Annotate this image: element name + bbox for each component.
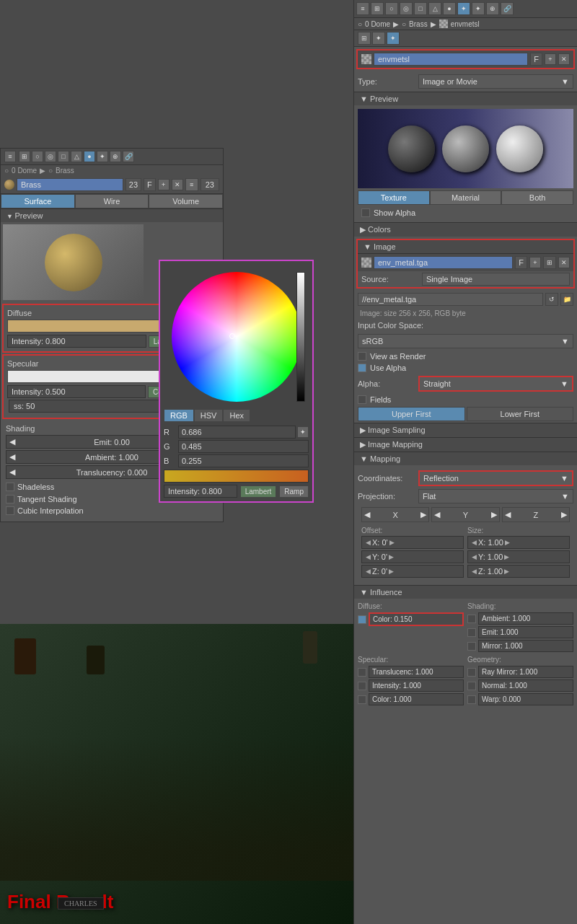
rp-sub-icon2[interactable]: ✦: [372, 32, 385, 45]
color-influence-checkbox[interactable]: [358, 615, 366, 624]
texture-name-field[interactable]: envmetsl: [374, 53, 528, 66]
b-field[interactable]: 0.255: [178, 454, 309, 467]
spec-color-checkbox[interactable]: [358, 695, 366, 704]
coordinates-dropdown[interactable]: Reflection ▼: [420, 472, 572, 485]
material-icon[interactable]: ●: [84, 151, 95, 162]
y-button[interactable]: ◀ Y ▶: [431, 507, 499, 522]
add-icon[interactable]: +: [158, 179, 169, 190]
type-dropdown[interactable]: Image or Movie ▼: [418, 74, 573, 89]
show-alpha-checkbox[interactable]: [361, 208, 370, 217]
cp-lambert-btn[interactable]: Lambert: [240, 485, 277, 498]
oz-right-icon[interactable]: ▶: [389, 568, 394, 575]
delete-icon[interactable]: ✕: [172, 179, 183, 190]
color-picker-dot[interactable]: [229, 333, 235, 339]
rp-render-icon[interactable]: ⊞: [371, 2, 384, 15]
rp-material-icon[interactable]: ●: [443, 2, 456, 15]
preview-section-header[interactable]: ▼ Preview: [354, 92, 577, 105]
scene-icon[interactable]: ○: [32, 151, 43, 162]
image-mapping-header[interactable]: ▶ Image Mapping: [354, 437, 577, 452]
preview-header[interactable]: Preview: [1, 208, 223, 222]
trans-arrow-left[interactable]: ◀: [9, 467, 15, 477]
rp-world-icon[interactable]: ◎: [400, 2, 413, 15]
ambient-influence-checkbox[interactable]: [467, 615, 476, 623]
preview-tab-both[interactable]: Both: [501, 190, 573, 205]
mirror-influence-field[interactable]: Mirror: 1.000: [478, 640, 573, 652]
tab-hsv[interactable]: HSV: [194, 409, 224, 422]
emit-influence-field[interactable]: Emit: 1.000: [478, 626, 573, 638]
image-add-icon[interactable]: +: [529, 257, 541, 268]
sx-right-icon[interactable]: ▶: [505, 539, 510, 546]
warp-field[interactable]: Warp: 0.000: [478, 693, 573, 705]
world-icon[interactable]: ◎: [45, 151, 56, 162]
size-y-field[interactable]: ◀ Y: 1.00 ▶: [467, 550, 570, 563]
physics-icon[interactable]: ⊕: [110, 151, 121, 162]
ambient-arrow-left[interactable]: ◀: [9, 452, 15, 462]
rp-physics-icon[interactable]: ⊕: [486, 2, 499, 15]
sz-right-icon[interactable]: ▶: [504, 568, 509, 575]
cubic-checkbox[interactable]: [6, 506, 14, 515]
ambient-influence-field[interactable]: Ambient: 1.000: [478, 612, 573, 625]
size-x-field[interactable]: ◀ X: 1.00 ▶: [467, 536, 570, 549]
eyedropper-icon[interactable]: ✦: [297, 426, 309, 438]
rp-sub-icon1[interactable]: ⊞: [358, 32, 371, 45]
color-influence-field[interactable]: Color: 0.150: [369, 612, 464, 626]
normal-field[interactable]: Normal: 1.000: [478, 679, 573, 692]
z-button[interactable]: ◀ Z ▶: [502, 507, 570, 522]
offset-y-field[interactable]: ◀ Y: 0' ▶: [361, 550, 464, 563]
constraints-icon[interactable]: 🔗: [123, 151, 134, 162]
rp-constraints-icon[interactable]: 🔗: [501, 2, 514, 15]
emit-influence-checkbox[interactable]: [467, 628, 476, 637]
ray-mirror-field[interactable]: Ray Mirror: 1.000: [478, 666, 573, 678]
warp-checkbox[interactable]: [467, 695, 476, 704]
file-path-field[interactable]: //env_metal.tga: [358, 293, 543, 306]
spec-intensity-field[interactable]: Intensity: 1.000: [369, 679, 464, 692]
specular-intensity-field[interactable]: Intensity: 0.500: [7, 385, 146, 398]
fields-checkbox[interactable]: [358, 395, 366, 404]
alpha-dropdown[interactable]: Straight ▼: [420, 377, 572, 390]
tab-wire[interactable]: Wire: [75, 194, 149, 208]
shadeless-checkbox[interactable]: [6, 483, 14, 491]
sz-left-icon[interactable]: ◀: [472, 568, 477, 575]
influence-header[interactable]: ▼ Influence: [354, 585, 577, 599]
particle-icon[interactable]: ✦: [97, 151, 108, 162]
data-button[interactable]: 23: [201, 178, 219, 191]
menu-icon[interactable]: ≡: [4, 151, 16, 162]
use-alpha-checkbox[interactable]: [358, 364, 366, 372]
y-arrow-left[interactable]: ◀: [434, 510, 440, 519]
normal-checkbox[interactable]: [467, 682, 476, 690]
sy-right-icon[interactable]: ▶: [504, 553, 509, 560]
sx-left-icon[interactable]: ◀: [472, 539, 477, 546]
object-icon[interactable]: □: [58, 151, 69, 162]
source-dropdown[interactable]: Single Image: [422, 273, 570, 286]
cp-intensity-field[interactable]: Intensity: 0.800: [164, 485, 237, 498]
rp-mesh-icon[interactable]: △: [428, 2, 441, 15]
mirror-influence-checkbox[interactable]: [467, 642, 476, 651]
tab-hex[interactable]: Hex: [223, 409, 250, 422]
preview-tab-texture[interactable]: Texture: [358, 190, 430, 205]
z-arrow-right[interactable]: ▶: [561, 510, 567, 519]
spec-intensity-checkbox[interactable]: [358, 682, 366, 690]
render-icon[interactable]: ⊞: [19, 151, 30, 162]
sy-left-icon[interactable]: ◀: [472, 553, 477, 560]
tangent-checkbox[interactable]: [6, 495, 14, 503]
image-sampling-header[interactable]: ▶ Image Sampling: [354, 423, 577, 437]
translucency-influence-field[interactable]: Translucenc: 1.000: [369, 666, 464, 678]
oy-right-icon[interactable]: ▶: [389, 553, 394, 560]
y-arrow-right[interactable]: ▶: [491, 510, 497, 519]
rp-object-icon[interactable]: □: [414, 2, 427, 15]
file-open-icon[interactable]: 📁: [560, 293, 573, 306]
rp-particle-icon[interactable]: ✦: [472, 2, 485, 15]
ox-right-icon[interactable]: ▶: [389, 539, 395, 546]
color-wheel-area[interactable]: [164, 265, 309, 409]
size-z-field[interactable]: ◀ Z: 1.00 ▶: [467, 565, 570, 578]
view-as-render-checkbox[interactable]: [358, 352, 366, 361]
texture-add-icon[interactable]: +: [545, 53, 556, 65]
cp-ramp-btn[interactable]: Ramp: [279, 485, 309, 498]
x-arrow-left[interactable]: ◀: [364, 510, 370, 519]
material-name-field[interactable]: Brass: [17, 178, 123, 191]
x-button[interactable]: ◀ X ▶: [361, 507, 429, 522]
image-name-field[interactable]: env_metal.tga: [374, 256, 513, 269]
oz-left-icon[interactable]: ◀: [366, 568, 371, 575]
mapping-header[interactable]: ▼ Mapping: [354, 452, 577, 465]
image-section-header[interactable]: ▼ Image: [358, 240, 573, 254]
